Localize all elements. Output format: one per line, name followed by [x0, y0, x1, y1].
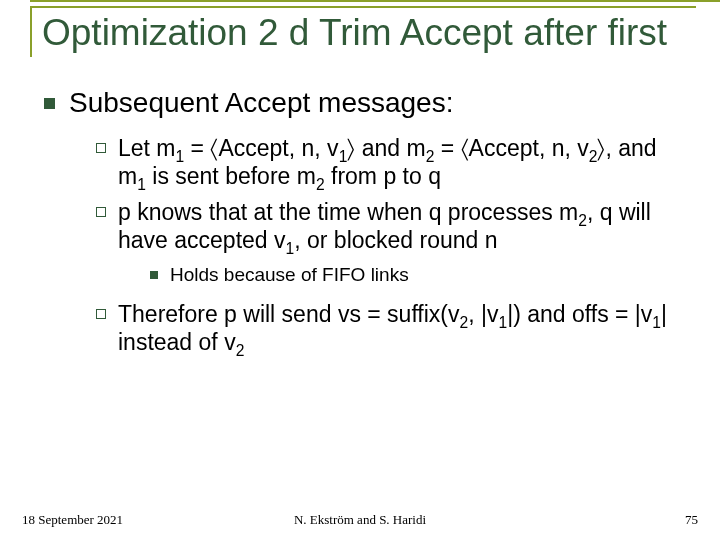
subscript: 1 [652, 313, 661, 330]
subscript: 1 [499, 313, 508, 330]
subscript: 1 [286, 239, 295, 256]
bullet-p-knows: p knows that at the time when q processe… [118, 198, 686, 254]
heading-text: Subsequent Accept messages: [69, 87, 453, 119]
text: from p to q [325, 163, 441, 189]
title-box: Optimization 2 d Trim Accept after first [30, 6, 696, 57]
bullet-l2: Let m1 = 〈Accept, n, v1〉 and m2 = 〈Accep… [96, 134, 696, 190]
bullet-l2: Therefore p will send vs = suffix(v2, |v… [96, 300, 696, 356]
hollow-square-icon [96, 309, 106, 319]
text: , |v [468, 301, 498, 327]
title-top-rule [30, 0, 720, 2]
text: = 〈Accept, n, v [434, 135, 588, 161]
subscript: 2 [316, 175, 325, 192]
slide: Optimization 2 d Trim Accept after first… [0, 0, 720, 540]
footer-authors: N. Ekström and S. Haridi [0, 512, 720, 528]
bullet-l2: p knows that at the time when q processe… [96, 198, 696, 254]
text: , or blocked round n [294, 227, 497, 253]
bullet-fifo: Holds because of FIFO links [170, 264, 409, 286]
slide-title: Optimization 2 d Trim Accept after first [42, 12, 696, 53]
subscript: 1 [176, 147, 185, 164]
text: Let m [118, 135, 176, 161]
subscript: 2 [578, 211, 587, 228]
text: p knows that at the time when q processe… [118, 199, 578, 225]
footer: 18 September 2021 N. Ekström and S. Hari… [0, 512, 720, 528]
text: = 〈Accept, n, v [184, 135, 338, 161]
square-bullet-icon [44, 98, 55, 109]
text: |) and offs = |v [507, 301, 652, 327]
small-square-icon [150, 271, 158, 279]
subscript: 2 [236, 341, 245, 358]
bullet-let-definition: Let m1 = 〈Accept, n, v1〉 and m2 = 〈Accep… [118, 134, 686, 190]
hollow-square-icon [96, 207, 106, 217]
text: Therefore p will send vs = suffix(v [118, 301, 460, 327]
subscript: 1 [137, 175, 146, 192]
content-area: Subsequent Accept messages: Let m1 = 〈Ac… [24, 87, 696, 355]
hollow-square-icon [96, 143, 106, 153]
bullet-l1: Subsequent Accept messages: [44, 87, 696, 119]
subscript: 2 [460, 313, 469, 330]
text: 〉 and m [347, 135, 425, 161]
text: is sent before m [146, 163, 316, 189]
bullet-l3: Holds because of FIFO links [150, 264, 696, 286]
bullet-therefore: Therefore p will send vs = suffix(v2, |v… [118, 300, 686, 356]
